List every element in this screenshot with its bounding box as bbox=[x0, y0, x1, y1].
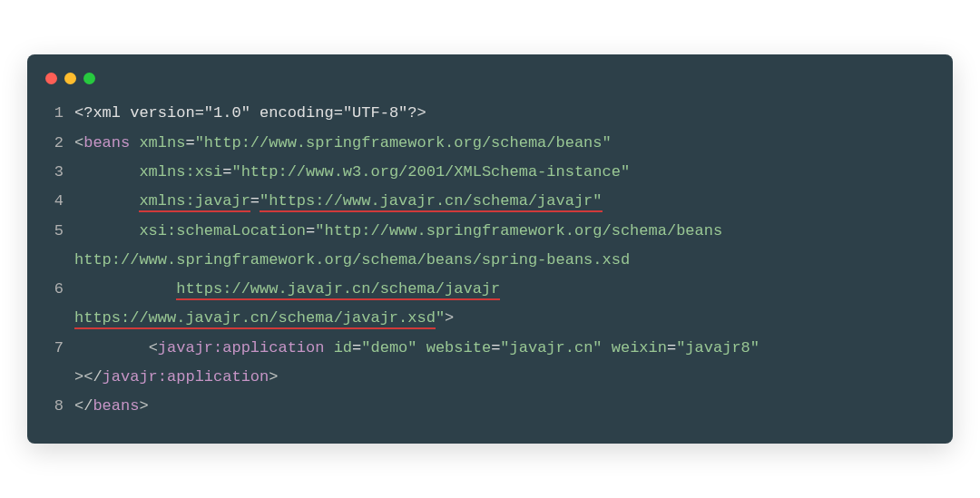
code-content: xmlns:javajr="https://www.javajr.cn/sche… bbox=[74, 187, 603, 216]
maximize-dot[interactable] bbox=[83, 73, 95, 84]
code-content: </beans> bbox=[74, 392, 149, 421]
code-content: <javajr:application id="demo" website="j… bbox=[74, 334, 760, 363]
code-continuation: https://www.javajr.cn/schema/javajr.xsd"… bbox=[74, 304, 935, 333]
code-area: 1 <?xml version="1.0" encoding="UTF-8"?>… bbox=[27, 99, 953, 421]
line-number: 3 bbox=[45, 158, 64, 187]
close-dot[interactable] bbox=[45, 73, 57, 84]
minimize-dot[interactable] bbox=[64, 73, 76, 84]
code-content: https://www.javajr.cn/schema/javajr bbox=[74, 275, 500, 304]
line-number: 7 bbox=[45, 334, 64, 363]
code-continuation: ></javajr:application> bbox=[74, 363, 935, 392]
code-window: 1 <?xml version="1.0" encoding="UTF-8"?>… bbox=[27, 54, 953, 443]
window-titlebar bbox=[27, 73, 953, 99]
code-line: 4 xmlns:javajr="https://www.javajr.cn/sc… bbox=[45, 187, 935, 216]
code-content: xsi:schemaLocation="http://www.springfra… bbox=[74, 217, 722, 246]
line-number: 5 bbox=[45, 217, 64, 246]
code-line: 1 <?xml version="1.0" encoding="UTF-8"?> bbox=[45, 99, 935, 128]
code-line: 8 </beans> bbox=[45, 392, 935, 421]
line-number: 1 bbox=[45, 99, 64, 128]
code-content: <?xml version="1.0" encoding="UTF-8"?> bbox=[74, 99, 426, 128]
line-number: 6 bbox=[45, 275, 64, 304]
code-content: <beans xmlns="http://www.springframework… bbox=[74, 129, 612, 158]
line-number: 8 bbox=[45, 392, 64, 421]
line-number: 4 bbox=[45, 187, 64, 216]
code-continuation: http://www.springframework.org/schema/be… bbox=[74, 246, 935, 275]
line-number: 2 bbox=[45, 129, 64, 158]
code-line: 2 <beans xmlns="http://www.springframewo… bbox=[45, 129, 935, 158]
code-content: xmlns:xsi="http://www.w3.org/2001/XMLSch… bbox=[74, 158, 630, 187]
code-line: 6 https://www.javajr.cn/schema/javajr bbox=[45, 275, 935, 304]
code-line: 7 <javajr:application id="demo" website=… bbox=[45, 334, 935, 363]
code-line: 3 xmlns:xsi="http://www.w3.org/2001/XMLS… bbox=[45, 158, 935, 187]
code-line: 5 xsi:schemaLocation="http://www.springf… bbox=[45, 217, 935, 246]
